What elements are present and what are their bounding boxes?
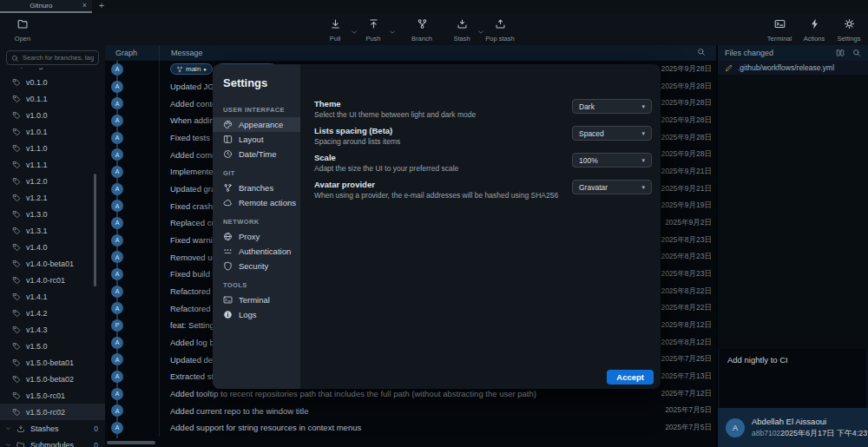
- settings-nav-item[interactable]: Appearance: [213, 117, 300, 132]
- settings-nav-item[interactable]: Proxy: [213, 229, 300, 244]
- sidebar-item-tag[interactable]: v1.5.0: [0, 338, 105, 354]
- settings-nav-item[interactable]: Authentication: [213, 244, 300, 259]
- sidebar-item-tag[interactable]: v1.4.3: [0, 321, 105, 338]
- sidebar-item-tag[interactable]: v1.1.1: [0, 156, 105, 173]
- sidebar-item-tag[interactable]: v1.0.0: [0, 107, 105, 123]
- file-row[interactable]: .github/workflows/release.yml: [718, 61, 868, 75]
- setting-description: Spacing around lists items: [314, 137, 562, 146]
- terminal-button[interactable]: Terminal: [764, 13, 795, 43]
- cloud-icon: [223, 198, 233, 207]
- settings-nav-item[interactable]: Date/Time: [213, 147, 300, 161]
- commit-avatar: A: [111, 217, 123, 229]
- settings-nav-item[interactable]: Branches: [213, 181, 300, 195]
- setting-dropdown[interactable]: Spaced▾: [572, 126, 652, 141]
- commit-date: 2025年9月28日: [661, 64, 716, 75]
- folder-icon: [17, 17, 29, 33]
- commit-date: 2025年8月23日: [661, 269, 716, 279]
- sidebar-item-tag[interactable]: v1.4.0-beta01: [0, 255, 105, 272]
- pull-button[interactable]: Pull: [319, 13, 351, 43]
- sidebar-item-tag[interactable]: v1.3.1: [0, 222, 105, 239]
- settings-nav-item[interactable]: Layout: [213, 132, 300, 147]
- branch-button[interactable]: Branch: [406, 13, 437, 43]
- sidebar-item-tag[interactable]: v1.1.0: [0, 140, 105, 156]
- commit-date: 2025年8月23日: [661, 235, 716, 246]
- search-input[interactable]: [23, 54, 94, 62]
- sidebar-item-tag[interactable]: v0.1.0: [0, 74, 105, 90]
- nav-item-label: Layout: [239, 135, 264, 144]
- branch-icon: [417, 17, 428, 33]
- sidebar-item-tag[interactable]: v1.5.0-beta01: [0, 354, 105, 371]
- sidebar-item-tag[interactable]: v1.2.0: [0, 173, 105, 189]
- commit-row[interactable]: AAdded support for string resources in c…: [105, 419, 716, 437]
- settings-nav-item[interactable]: Logs: [213, 307, 300, 322]
- branch-icon: [223, 183, 233, 193]
- settings-nav-item[interactable]: Security: [213, 259, 300, 273]
- sidebar-section-submodules[interactable]: Submodules0: [0, 437, 105, 447]
- tab-gitnuro[interactable]: Gitnuro ×: [0, 0, 92, 13]
- sidebar-item-tag[interactable]: v1.0.1: [0, 123, 105, 140]
- branch-search[interactable]: [6, 50, 99, 65]
- push-button[interactable]: Push: [358, 13, 389, 43]
- setting-row: Lists spacing (Beta)Spacing around lists…: [314, 126, 652, 146]
- graph-scrollbar[interactable]: [107, 441, 155, 444]
- sidebar-item-tag[interactable]: v1.2.1: [0, 189, 105, 206]
- sidebar-item-tag[interactable]: v1.5.0-rc02: [0, 404, 105, 420]
- settings-nav-item[interactable]: Terminal: [213, 293, 300, 307]
- commit-message-input[interactable]: Add nightly to CI: [720, 349, 866, 408]
- sidebar-item-tag[interactable]: v1.4.2: [0, 305, 105, 321]
- commit-avatar: A: [111, 251, 123, 263]
- accept-button[interactable]: Accept: [607, 370, 654, 385]
- sidebar-item-tag[interactable]: v1.5.0-rc01: [0, 387, 105, 404]
- stash-button[interactable]: Stash: [446, 13, 477, 43]
- tag-icon: [12, 177, 21, 186]
- commit-avatar: A: [111, 183, 123, 195]
- sidebar-item-tag[interactable]: v1.3.0: [0, 206, 105, 222]
- setting-dropdown[interactable]: Gravatar▾: [572, 180, 652, 194]
- info-icon: [223, 310, 233, 319]
- section-label: Stashes: [30, 424, 59, 433]
- chevron-down-icon[interactable]: [351, 13, 358, 43]
- open-button[interactable]: Open: [7, 13, 38, 43]
- chevron-down-icon: ▾: [641, 184, 645, 191]
- chevron-down-icon: [5, 425, 11, 431]
- sidebar-item-tag[interactable]: v1.4.0: [0, 239, 105, 255]
- tag-icon: [12, 408, 21, 417]
- commit-avatar: A: [111, 63, 123, 76]
- close-icon[interactable]: ×: [82, 2, 87, 10]
- chevron-down-icon[interactable]: [389, 13, 396, 43]
- setting-title: Avatar provider: [314, 180, 562, 189]
- nav-item-label: Branches: [239, 183, 273, 193]
- pop-stash-button[interactable]: Pop stash: [484, 13, 516, 43]
- setting-dropdown[interactable]: 100%▾: [572, 153, 652, 168]
- settings-section-label: GIT: [213, 161, 300, 181]
- commit-date: 2025年7月12日: [661, 389, 716, 399]
- settings-nav-item[interactable]: Remote actions: [213, 195, 300, 210]
- setting-dropdown[interactable]: Dark▾: [572, 99, 652, 114]
- search-icon[interactable]: [852, 49, 861, 57]
- split-view-icon[interactable]: [836, 49, 845, 57]
- branch-chip[interactable]: main●: [170, 63, 213, 75]
- settings-nav: Settings USER INTERFACEAppearanceLayoutD…: [213, 64, 300, 389]
- settings-content: ThemeSelect the UI theme between light a…: [300, 64, 661, 389]
- settings-button[interactable]: Settings: [833, 13, 865, 43]
- chevron-down-icon: [5, 442, 11, 447]
- commit-avatar: A: [111, 148, 123, 161]
- sidebar-item-tag[interactable]: v0.1.1: [0, 90, 105, 107]
- commit-avatar: A: [111, 115, 123, 127]
- tag-label: v1.5.0: [26, 342, 48, 351]
- commit-avatar: A: [111, 132, 123, 144]
- sidebar-item-tag[interactable]: v1.4.0-rc01: [0, 272, 105, 288]
- sidebar-item-tag[interactable]: v1.5.0-beta02: [0, 371, 105, 387]
- commit-avatar: A: [111, 97, 123, 109]
- commit-row[interactable]: AAdded current repo to the window title2…: [105, 402, 716, 419]
- sidebar-item-tag[interactable]: v1.4.1: [0, 288, 105, 305]
- commit-date: 2025年7月25日: [661, 354, 716, 365]
- chevron-down-icon[interactable]: [477, 13, 484, 43]
- new-tab-button[interactable]: +: [92, 0, 111, 13]
- dropdown-value: Spaced: [579, 129, 604, 138]
- sidebar-section-stashes[interactable]: Stashes0: [0, 420, 105, 437]
- search-icon[interactable]: [697, 48, 706, 58]
- sidebar-scrollbar[interactable]: [94, 174, 96, 286]
- actions-button[interactable]: Actions: [799, 13, 830, 43]
- sidebar-section-tags[interactable]: Tags: [0, 68, 105, 73]
